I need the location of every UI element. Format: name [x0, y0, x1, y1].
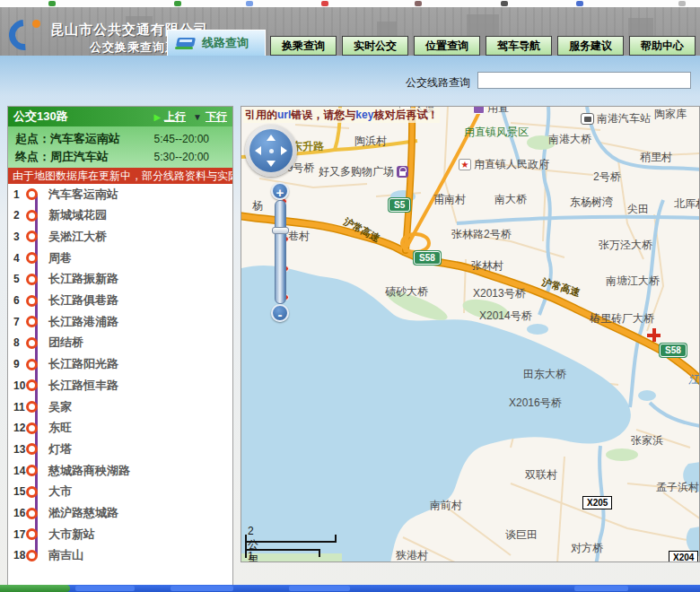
stop-row[interactable]: 6长江路俱巷路 — [8, 291, 232, 311]
stop-row[interactable]: 1汽车客运南站 — [8, 184, 232, 205]
tab-route-query-active[interactable]: 线路查询 — [167, 30, 266, 56]
map-pan-control[interactable] — [245, 125, 297, 177]
stop-number: 11 — [8, 401, 26, 414]
map-label: 陶浜村 — [354, 134, 387, 149]
road-shield: X205 — [582, 496, 612, 509]
nav-tab-2[interactable]: 位置查询 — [414, 36, 480, 56]
map-label: 狭港村 — [396, 548, 428, 562]
stop-row[interactable]: 5长江路振新路 — [8, 269, 232, 290]
taskbar-button[interactable] — [171, 586, 233, 591]
map-label: 张林村 — [471, 258, 503, 274]
nav-tab-0[interactable]: 换乘查询 — [270, 36, 337, 56]
active-tab-label: 线路查询 — [202, 35, 249, 51]
map-label: ★甪直镇人民政府 — [459, 157, 549, 172]
zoom-slider-handle[interactable] — [272, 227, 289, 234]
zoom-out-button[interactable]: - — [271, 304, 289, 322]
stop-name: 吴淞江大桥 — [48, 229, 107, 245]
nav-tab-3[interactable]: 驾车导航 — [486, 36, 552, 56]
map-label: 甪直 — [473, 106, 509, 116]
stop-number: 12 — [8, 422, 26, 434]
map-label: 张万泾大桥 — [599, 238, 652, 253]
stop-row[interactable]: 12东旺 — [8, 418, 232, 439]
route-info: 起点：汽车客运南站 5:45--20:00 终点：周庄汽车站 5:30--20:… — [8, 126, 232, 168]
pan-down-arrow-icon[interactable] — [267, 161, 276, 167]
up-direction-link[interactable]: 上行 — [164, 109, 186, 125]
stop-number: 18 — [8, 549, 26, 562]
map-label: 谈巨田 — [505, 527, 538, 543]
road-shield: X204 — [669, 551, 698, 562]
page-background: 公交线路查询 公交130路 ▶ 上行 ▼ 下行 起点：汽车客运南站 5:45--… — [0, 56, 700, 585]
nav-tab-1[interactable]: 实时公交 — [342, 36, 408, 56]
stop-row[interactable]: 9长江路阳光路 — [8, 354, 232, 375]
stop-number: 3 — [8, 231, 26, 243]
stop-row[interactable]: 4周巷 — [8, 248, 232, 268]
pan-right-arrow-icon[interactable] — [281, 146, 287, 155]
map-update-notice: 由于地图数据库在更新中，部分线路资料与实际情 — [8, 168, 232, 184]
start-button[interactable] — [0, 585, 70, 592]
stop-row[interactable]: 7长江路港浦路 — [8, 311, 232, 332]
favicon-fragment — [501, 1, 508, 6]
map-label: 陶家库 — [654, 107, 687, 122]
purple-icon — [473, 106, 485, 114]
stop-marker-icon — [26, 550, 38, 562]
stop-row[interactable]: 18南吉山 — [8, 545, 232, 566]
bus-icon — [175, 37, 197, 49]
stop-row[interactable]: 15大市 — [8, 482, 232, 502]
taskbar-button[interactable] — [574, 586, 628, 591]
map-label: 南港汽车站 — [581, 111, 651, 126]
stop-row[interactable]: 10长江路恒丰路 — [8, 375, 232, 396]
zoom-slider-track[interactable] — [275, 200, 286, 304]
map-label: 椿里砖厂大桥 — [590, 311, 654, 326]
stop-name: 长江路振新路 — [48, 271, 118, 287]
zoom-in-button[interactable]: + — [271, 182, 289, 200]
favicon-fragment — [321, 1, 328, 6]
map-label: 甫南村 — [433, 192, 466, 207]
stop-marker-icon — [26, 443, 38, 455]
route-name: 公交130路 — [13, 109, 148, 125]
stop-row[interactable]: 2新城域花园 — [8, 205, 232, 226]
stop-marker-icon — [26, 337, 38, 349]
stop-row[interactable]: 3吴淞江大桥 — [8, 226, 232, 247]
taskbar-button[interactable] — [289, 586, 350, 591]
map-label: X2014号桥 — [479, 309, 532, 324]
stop-marker-icon — [26, 401, 38, 413]
stop-row[interactable]: 13灯塔 — [8, 439, 232, 459]
tab-bar: 换乘查询实时公交位置查询驾车导航服务建议帮助中心 — [270, 36, 696, 56]
nav-tab-5[interactable]: 帮助中心 — [629, 36, 696, 56]
stop-name: 灯塔 — [48, 441, 72, 457]
stop-row[interactable]: 11吴家 — [8, 396, 232, 417]
taskbar — [0, 585, 700, 592]
stop-number: 7 — [8, 316, 26, 328]
pan-left-arrow-icon[interactable] — [255, 146, 261, 155]
map-label: 甪直镇风景区 — [464, 125, 529, 140]
stop-number: 14 — [8, 465, 26, 477]
favicon-fragment — [415, 1, 422, 6]
map-label: X2016号桥 — [509, 396, 562, 411]
stop-marker-icon — [26, 274, 38, 285]
pan-inner — [249, 129, 293, 172]
logo-swoosh-icon — [3, 13, 46, 56]
map-canvas[interactable]: 引用的url错误，请您与key核对后再试！ + - 大厦甪直陶浜村东升路59号桥… — [241, 106, 700, 562]
down-direction-link[interactable]: 下行 — [206, 109, 227, 125]
origin-hours: 5:45--20:00 — [154, 130, 225, 148]
bus-line-search-input[interactable] — [477, 72, 691, 89]
pan-center-dot[interactable] — [269, 149, 274, 153]
stop-row[interactable]: 16淞沪路慈城路 — [8, 503, 232, 524]
down-direction-icon: ▼ — [193, 112, 202, 122]
stop-row[interactable]: 14慈城路商秧湖路 — [8, 460, 232, 481]
browser-edge-strip — [0, 0, 700, 7]
origin-station: 起点：汽车客运南站 — [15, 130, 120, 148]
map-label: 南前村 — [430, 498, 462, 513]
taskbar-button[interactable] — [75, 586, 135, 591]
stop-row[interactable]: 8团结桥 — [8, 333, 232, 353]
nav-tab-4[interactable]: 服务建议 — [557, 36, 624, 56]
stop-marker-icon — [26, 486, 38, 498]
stop-name: 长江路恒丰路 — [48, 378, 118, 394]
bag-icon — [397, 166, 408, 178]
stop-row[interactable]: 17大市新站 — [8, 524, 232, 544]
map-label: 碛砂大桥 — [385, 284, 428, 300]
pan-up-arrow-icon[interactable] — [267, 135, 276, 141]
stop-marker-icon — [26, 231, 38, 242]
stop-number: 5 — [8, 273, 26, 285]
map-label: 孟子浜村 — [656, 480, 699, 495]
